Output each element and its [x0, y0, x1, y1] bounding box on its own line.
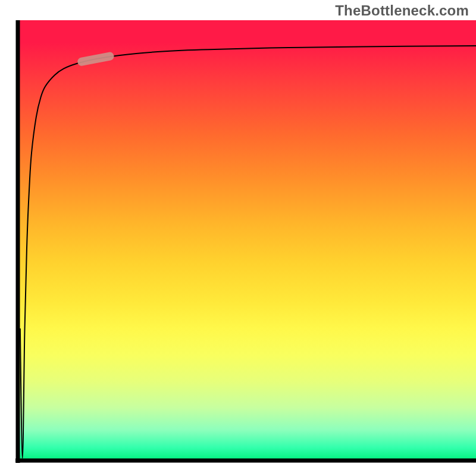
gradient-background [18, 20, 476, 461]
chart-root: TheBottleneck.com [0, 0, 476, 476]
attribution-text: TheBottleneck.com [335, 2, 469, 19]
